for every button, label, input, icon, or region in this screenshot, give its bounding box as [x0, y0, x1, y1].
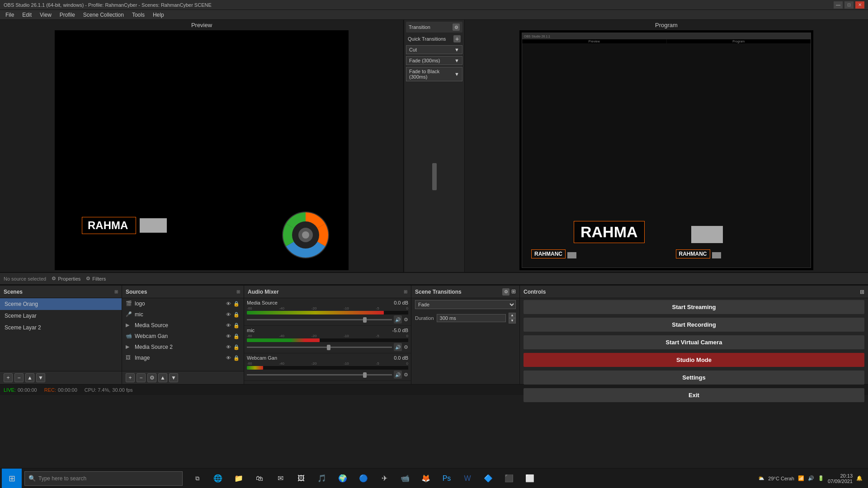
mail-icon[interactable]: ✉ — [270, 469, 290, 488]
audio-meter-media — [247, 311, 408, 314]
store-icon[interactable]: 🛍 — [250, 469, 269, 488]
visibility-webcam[interactable]: 👁 — [225, 333, 232, 340]
lock-logo[interactable]: 🔒 — [233, 300, 240, 307]
remove-source-button[interactable]: − — [137, 373, 146, 382]
settings-button[interactable]: Settings — [524, 371, 864, 385]
source-item-media-source[interactable]: ▶ Media Source 👁 🔒 — [122, 320, 244, 331]
audio-controls-media: 🔊 ⚙ — [247, 315, 408, 324]
visibility-logo[interactable]: 👁 — [225, 300, 232, 307]
program-title: Program — [655, 22, 678, 28]
fade-black-dropdown[interactable]: Fade to Black (300ms) ▼ — [406, 67, 462, 81]
start-virtual-camera-button[interactable]: Start Virtual Camera — [524, 335, 864, 349]
chrome-icon[interactable]: 🔵 — [354, 469, 373, 488]
lock-image[interactable]: 🔒 — [233, 354, 240, 361]
visibility-mic[interactable]: 👁 — [225, 311, 232, 318]
app11-icon[interactable]: 🔷 — [478, 469, 498, 488]
duration-input[interactable] — [437, 314, 506, 322]
browser2-icon[interactable]: 🌍 — [333, 469, 353, 488]
photos-icon[interactable]: 🖼 — [291, 469, 311, 488]
source-item-webcam[interactable]: 📹 Webcam Gan 👁 🔒 — [122, 331, 244, 342]
edge-icon[interactable]: 🌐 — [208, 469, 228, 488]
explorer-icon[interactable]: 📁 — [229, 469, 249, 488]
duration-down-button[interactable]: ▼ — [509, 318, 516, 324]
mute-mic[interactable]: 🔊 — [394, 343, 402, 351]
move-scene-up-button[interactable]: ▲ — [25, 373, 34, 382]
audio-settings-webcam[interactable]: ⚙ — [404, 372, 408, 378]
source-item-media2[interactable]: ▶ Media Source 2 👁 🔒 — [122, 342, 244, 352]
mute-media[interactable]: 🔊 — [394, 315, 402, 324]
scene-item-orang[interactable]: Sceme Orang — [0, 298, 122, 310]
scene-item-layar2[interactable]: Sceme Layar 2 — [0, 322, 122, 333]
app12-icon[interactable]: ⬛ — [499, 469, 519, 488]
menu-scene-collection[interactable]: Scene Collection — [80, 11, 127, 19]
inner-program: Program RAHMANC — [666, 39, 811, 267]
filters-button[interactable]: ⚙ Filters — [86, 276, 106, 282]
move-scene-down-button[interactable]: ▼ — [36, 373, 45, 382]
move-source-down-button[interactable]: ▼ — [169, 373, 178, 382]
move-source-up-button[interactable]: ▲ — [158, 373, 167, 382]
start-streaming-button[interactable]: Start Streaming — [524, 300, 864, 314]
menu-file[interactable]: File — [2, 11, 18, 19]
duration-up-button[interactable]: ▲ — [509, 313, 516, 318]
scene-item-layar[interactable]: Sceme Layar — [0, 310, 122, 322]
audio-fader-mic[interactable] — [247, 347, 392, 348]
firefox-icon[interactable]: 🦊 — [416, 469, 436, 488]
scenes-expand-icon[interactable]: ⊞ — [114, 289, 118, 294]
audio-fader-media[interactable] — [247, 319, 392, 320]
app13-icon[interactable]: ⬜ — [520, 469, 540, 488]
source-item-logo[interactable]: 🎬 logo 👁 🔒 — [122, 298, 244, 309]
audio-expand-icon[interactable]: ⊞ — [404, 289, 407, 294]
start-recording-button[interactable]: Start Recording — [524, 318, 864, 332]
audio-fader-webcam[interactable] — [247, 374, 392, 375]
fade-dropdown[interactable]: Fade (300ms) ▼ — [406, 56, 462, 65]
remove-scene-button[interactable]: − — [14, 373, 24, 382]
word-icon[interactable]: W — [458, 469, 477, 488]
cut-dropdown[interactable]: Cut ▼ — [406, 45, 462, 54]
visibility-media2[interactable]: 👁 — [225, 343, 232, 351]
visibility-image[interactable]: 👁 — [225, 354, 232, 361]
photoshop-icon[interactable]: Ps — [437, 469, 457, 488]
task-view-button[interactable]: ⧉ — [187, 469, 207, 488]
minimize-button[interactable]: — — [834, 1, 843, 9]
preview-canvas: RAHMA — [55, 30, 349, 270]
transition-settings-button[interactable]: ⚙ — [453, 23, 460, 31]
audio-settings-media[interactable]: ⚙ — [404, 317, 408, 323]
menu-profile[interactable]: Profile — [56, 11, 79, 19]
mute-webcam[interactable]: 🔊 — [394, 371, 402, 379]
source-item-image[interactable]: 🖼 Image 👁 🔒 — [122, 352, 244, 363]
telegram-icon[interactable]: ✈ — [374, 469, 394, 488]
visibility-media[interactable]: 👁 — [225, 322, 232, 329]
menu-tools[interactable]: Tools — [128, 11, 148, 19]
lock-media[interactable]: 🔒 — [233, 322, 240, 329]
properties-button[interactable]: ⚙ Properties — [52, 276, 80, 282]
program-panel: Program OBS Studio 26.1.1 Preview RAHMAN… — [465, 20, 868, 272]
lock-mic[interactable]: 🔒 — [233, 311, 240, 318]
obs-taskbar-icon[interactable]: 📹 — [395, 469, 415, 488]
taskbar-search[interactable]: 🔍 Type here to search — [24, 471, 183, 486]
notification-icon[interactable]: 🔔 — [856, 475, 863, 481]
controls-expand-icon[interactable]: ⊞ — [860, 289, 864, 295]
controls-header: Controls ⊞ — [520, 286, 868, 298]
audio-db-media: 0.0 dB — [388, 300, 408, 305]
source-item-mic[interactable]: 🎤 mic 👁 🔒 — [122, 309, 244, 320]
menu-help[interactable]: Help — [149, 11, 168, 19]
studio-mode-button[interactable]: Studio Mode — [524, 353, 864, 367]
menu-view[interactable]: View — [36, 11, 55, 19]
audio-settings-mic[interactable]: ⚙ — [404, 344, 408, 350]
add-scene-button[interactable]: + — [4, 373, 13, 382]
scene-transitions-expand[interactable]: ⊞ — [511, 288, 516, 296]
media-player-icon[interactable]: 🎵 — [312, 469, 332, 488]
transition-type-select[interactable]: Fade Cut Swipe Slide Fade to Color Luma … — [415, 300, 516, 309]
sources-expand-icon[interactable]: ⊞ — [236, 289, 240, 294]
close-button[interactable]: ✕ — [855, 1, 864, 9]
source-settings-button[interactable]: ⚙ — [147, 373, 156, 382]
exit-button[interactable]: Exit — [524, 388, 864, 402]
start-button[interactable]: ⊞ — [2, 469, 22, 488]
maximize-button[interactable]: □ — [844, 1, 854, 9]
menu-edit[interactable]: Edit — [19, 11, 35, 19]
lock-media2[interactable]: 🔒 — [233, 343, 240, 351]
scene-transitions-settings[interactable]: ⚙ — [502, 288, 509, 296]
add-source-button[interactable]: + — [126, 373, 135, 382]
lock-webcam[interactable]: 🔒 — [233, 333, 240, 340]
add-quick-transition-button[interactable]: + — [453, 35, 461, 42]
